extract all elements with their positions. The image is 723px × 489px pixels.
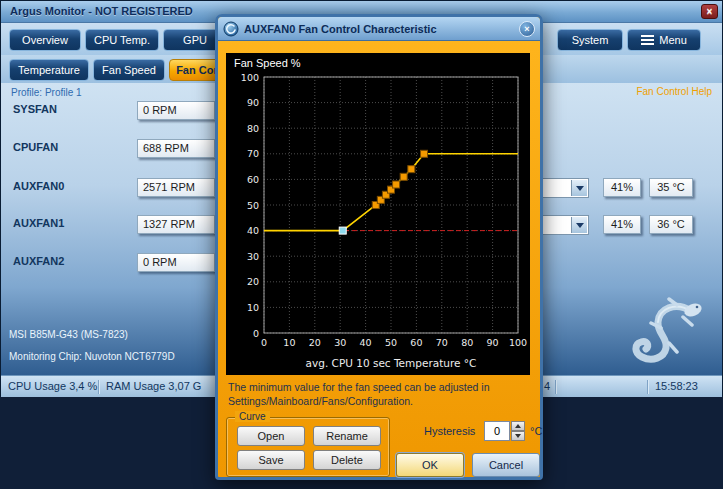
curve-control-point[interactable] xyxy=(408,166,415,173)
fan-mode-dropdown[interactable] xyxy=(541,178,589,198)
selected-curve-point[interactable] xyxy=(339,227,346,234)
chart-title: Fan Speed % xyxy=(234,57,301,69)
fan-temp-value: 35 °C xyxy=(649,178,693,197)
status-ram-usage: RAM Usage 3,07 G xyxy=(106,376,201,397)
fan-name-label: AUXFAN1 xyxy=(13,217,64,229)
fan-rpm-value: 688 RPM xyxy=(137,139,215,158)
ok-button[interactable]: OK xyxy=(396,453,464,477)
fan-rpm-value: 1327 RPM xyxy=(137,215,215,234)
svg-text:50: 50 xyxy=(385,337,397,348)
fan-temp-value: 36 °C xyxy=(649,215,693,234)
fan-name-label: AUXFAN0 xyxy=(13,180,64,192)
svg-text:10: 10 xyxy=(247,302,259,313)
svg-text:50: 50 xyxy=(247,200,259,211)
dropdown-arrow-icon xyxy=(571,180,587,196)
gecko-logo xyxy=(613,297,709,373)
fan-name-label: CPUFAN xyxy=(13,141,58,153)
menu-icon xyxy=(641,35,654,45)
fan-rpm-value: 0 RPM xyxy=(137,101,215,120)
svg-text:40: 40 xyxy=(360,337,372,348)
fan-curve-chart: Fan Speed % 0102030405060708090100010203… xyxy=(226,53,530,375)
fan-rpm-value: 2571 RPM xyxy=(137,178,215,197)
svg-text:30: 30 xyxy=(247,251,259,262)
cancel-button[interactable]: Cancel xyxy=(472,453,540,477)
curve-group-label: Curve xyxy=(235,411,270,422)
subtab-fan-speed[interactable]: Fan Speed xyxy=(93,59,165,81)
svg-text:60: 60 xyxy=(410,337,422,348)
delete-button[interactable]: Delete xyxy=(313,450,381,470)
close-icon: × xyxy=(707,6,713,17)
svg-text:90: 90 xyxy=(487,337,499,348)
dialog-close-button[interactable]: × xyxy=(519,21,535,37)
svg-text:10: 10 xyxy=(283,337,295,348)
svg-text:100: 100 xyxy=(241,72,259,83)
fan-percent-value: 41% xyxy=(603,215,641,234)
hysteresis-label: Hysteresis xyxy=(424,425,475,437)
svg-text:60: 60 xyxy=(247,174,259,185)
curve-control-point[interactable] xyxy=(400,173,407,180)
status-separator xyxy=(647,380,648,394)
fan-rpm-value: 0 RPM xyxy=(137,253,215,272)
svg-text:0: 0 xyxy=(253,328,259,339)
svg-text:20: 20 xyxy=(309,337,321,348)
svg-text:90: 90 xyxy=(247,97,259,108)
status-time: 15:58:23 xyxy=(655,376,698,397)
svg-text:0: 0 xyxy=(261,337,267,348)
open-button[interactable]: Open xyxy=(237,426,305,446)
svg-text:100: 100 xyxy=(509,337,527,348)
svg-text:70: 70 xyxy=(247,148,259,159)
dialog-note: The minimum value for the fan speed can … xyxy=(228,381,526,408)
dialog-titlebar: AUXFAN0 Fan Control Characteristic × xyxy=(218,17,540,41)
save-button[interactable]: Save xyxy=(237,450,305,470)
curve-groupbox: Curve Open Rename Save Delete xyxy=(226,417,390,477)
fan-control-help-link[interactable]: Fan Control Help xyxy=(636,86,712,97)
svg-text:avg. CPU 10 sec Temperature °C: avg. CPU 10 sec Temperature °C xyxy=(306,357,477,369)
svg-text:70: 70 xyxy=(436,337,448,348)
spin-down-icon xyxy=(515,434,521,438)
profile-label: Profile: Profile 1 xyxy=(11,87,82,98)
tab-menu[interactable]: Menu xyxy=(627,29,701,51)
close-icon: × xyxy=(524,24,529,34)
dialog-body: Fan Speed % 0102030405060708090100010203… xyxy=(218,41,540,477)
tab-cpu-temp[interactable]: CPU Temp. xyxy=(85,29,159,51)
hysteresis-spin-down[interactable] xyxy=(511,431,525,441)
fan-curve-svg[interactable]: 0102030405060708090100010203040506070809… xyxy=(226,53,530,375)
fan-control-dialog: AUXFAN0 Fan Control Characteristic × Fan… xyxy=(215,14,543,480)
hysteresis-input[interactable] xyxy=(484,421,510,441)
status-cpu-usage: CPU Usage 3,4 % xyxy=(8,376,97,397)
mainboard-info: MSI B85M-G43 (MS-7823) xyxy=(9,329,128,340)
fan-mode-dropdown[interactable] xyxy=(541,215,589,235)
curve-control-point[interactable] xyxy=(393,181,400,188)
argus-logo-icon xyxy=(223,21,239,37)
svg-text:80: 80 xyxy=(461,337,473,348)
status-separator xyxy=(98,380,99,394)
hysteresis-spinner xyxy=(484,421,526,441)
subtab-temperature[interactable]: Temperature xyxy=(9,59,89,81)
fan-name-label: AUXFAN2 xyxy=(13,255,64,267)
desktop: Argus Monitor - NOT REGISTERED × Overvie… xyxy=(0,0,723,489)
hysteresis-unit: °C xyxy=(530,425,542,437)
window-close-button[interactable]: × xyxy=(701,4,718,19)
status-partial: 4 xyxy=(544,376,550,397)
svg-text:30: 30 xyxy=(334,337,346,348)
fan-percent-value: 41% xyxy=(603,178,641,197)
curve-control-point[interactable] xyxy=(421,150,428,157)
window-title: Argus Monitor - NOT REGISTERED xyxy=(10,5,193,17)
tab-system[interactable]: System xyxy=(557,29,623,51)
dialog-title: AUXFAN0 Fan Control Characteristic xyxy=(244,23,514,35)
dropdown-arrow-icon xyxy=(571,217,587,233)
hysteresis-spin-up[interactable] xyxy=(511,421,525,431)
spin-up-icon xyxy=(515,424,521,428)
chip-info: Monitoring Chip: Nuvoton NCT6779D xyxy=(9,351,175,362)
svg-text:80: 80 xyxy=(247,123,259,134)
tab-overview[interactable]: Overview xyxy=(9,29,81,51)
fan-name-label: SYSFAN xyxy=(13,103,57,115)
svg-text:20: 20 xyxy=(247,276,259,287)
status-separator xyxy=(555,380,556,394)
tab-menu-label: Menu xyxy=(659,34,687,46)
rename-button[interactable]: Rename xyxy=(313,426,381,446)
svg-text:40: 40 xyxy=(247,225,259,236)
